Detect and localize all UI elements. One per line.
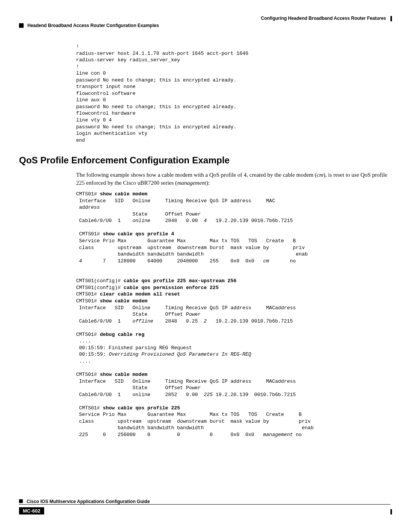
page-footer: Cisco IOS Multiservice Applications Conf… [19,499,392,514]
footer-end-marker [390,509,392,514]
chapter-title: Configuring Headend Broadband Access Rou… [261,16,386,21]
footer-marker-square [19,499,23,503]
section-breadcrumb: Headend Broadband Access Router Configur… [19,23,392,28]
section-breadcrumb-text: Headend Broadband Access Router Configur… [27,23,159,28]
terminal-output: CMTS01# show cable modem Interface SID O… [76,191,392,438]
footer-rule [19,504,390,505]
section-title: QoS Profile Enforcement Configuration Ex… [19,155,392,166]
footer-guide-title: Cisco IOS Multiservice Applications Conf… [27,499,150,504]
config-code-block: ! radius-server host 24.1.1.78 auth-port… [76,43,392,144]
page-number-tag: MC-602 [19,507,44,514]
page-header: Configuring Headend Broadband Access Rou… [19,15,392,21]
intro-paragraph: The following example shows how a cable … [76,171,392,187]
header-end-marker [390,16,392,21]
section-marker-square [19,23,24,28]
